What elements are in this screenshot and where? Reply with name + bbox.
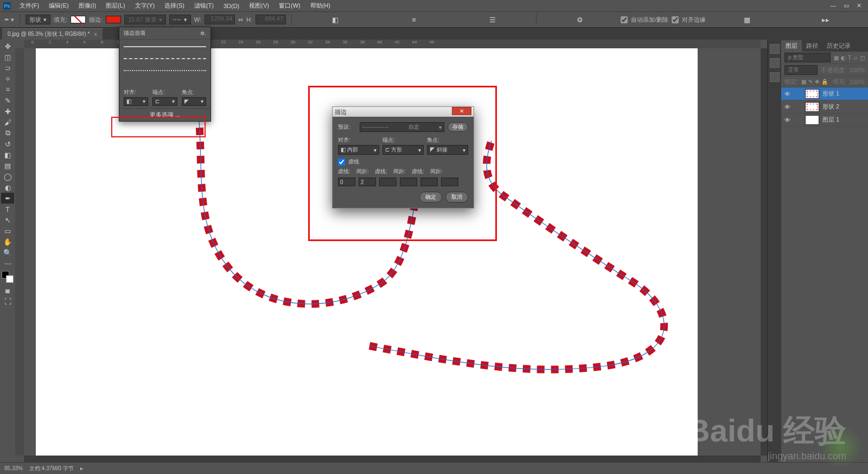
move-tool[interactable]: ✥ <box>1 41 14 52</box>
visibility-icon[interactable]: 👁 <box>783 91 791 97</box>
gap1-input[interactable] <box>359 178 376 186</box>
collapse-panels-icon[interactable]: ▸▸ <box>819 14 832 25</box>
window-minimize-icon[interactable]: — <box>830 2 836 9</box>
menu-type[interactable]: 文字(Y) <box>131 1 159 11</box>
window-close-icon[interactable]: ✕ <box>857 2 861 9</box>
zoom-tool[interactable]: 🔍 <box>1 247 14 258</box>
dlg-align-dropdown[interactable]: ◧ 内部▾ <box>338 145 379 155</box>
lock-pos-icon[interactable]: ✥ <box>815 79 819 85</box>
height-field[interactable]: 684.47 <box>256 15 286 24</box>
preset-dropdown[interactable]: ┄┄┄┄┄┄┄自定▾ <box>360 122 444 132</box>
filter-shape-icon[interactable]: ▱ <box>853 55 858 61</box>
menu-layer[interactable]: 图层(L) <box>101 1 129 11</box>
lock-paint-icon[interactable]: ✎ <box>808 79 813 85</box>
doc-size[interactable]: 文档:4.37M/0 字节 <box>29 465 74 472</box>
menu-filter[interactable]: 滤镜(T) <box>190 1 218 11</box>
tool-mode-dropdown[interactable]: 形状▾ <box>25 15 50 24</box>
cancel-button[interactable]: 取消 <box>445 192 468 203</box>
stroke-popup-gear-icon[interactable]: ✲. <box>200 30 206 36</box>
quickmask-icon[interactable]: ◙ <box>1 285 14 296</box>
popup-corner-dropdown[interactable]: ◤▾ <box>182 97 206 106</box>
layer-row[interactable]: 👁 形状 1 <box>781 87 868 100</box>
rectangle-tool[interactable]: ▭ <box>1 225 14 236</box>
menu-window[interactable]: 窗口(W) <box>275 1 305 11</box>
tab-layers[interactable]: 图层 <box>781 40 802 52</box>
visibility-icon[interactable]: 👁 <box>783 117 791 123</box>
path-select-tool[interactable]: ↖ <box>1 214 14 225</box>
collapsed-panel-icon[interactable] <box>770 44 780 54</box>
ruler-vertical[interactable] <box>15 48 24 456</box>
scrollbar-vertical[interactable] <box>761 48 767 456</box>
menu-select[interactable]: 选择(S) <box>160 1 189 11</box>
screenmode-icon[interactable]: ⛶ <box>1 296 14 307</box>
zoom-level[interactable]: 85.33% <box>4 465 23 471</box>
tab-paths[interactable]: 路径 <box>802 40 822 52</box>
menu-edit[interactable]: 编辑(E) <box>44 1 73 11</box>
popup-align-dropdown[interactable]: ◧▾ <box>124 97 148 106</box>
dlg-corner-dropdown[interactable]: ◤ 斜接▾ <box>427 145 468 155</box>
fill-opacity-value[interactable]: 100% <box>850 79 865 85</box>
popup-cap-dropdown[interactable]: ⊏▾ <box>152 97 177 106</box>
layer-thumbnail[interactable] <box>805 89 819 99</box>
opacity-value[interactable]: 100% <box>850 67 865 73</box>
eyedropper-tool[interactable]: ✎ <box>1 95 14 106</box>
dodge-tool[interactable]: ◐ <box>1 182 14 193</box>
stroke-preset-dashed[interactable] <box>124 58 206 67</box>
arrange-icon[interactable]: ☰ <box>486 14 499 25</box>
ok-button[interactable]: 确定 <box>419 192 442 203</box>
path-op-icon[interactable]: ◧ <box>329 14 342 25</box>
gear-icon[interactable]: ⚙ <box>573 14 586 25</box>
edit-toolbar[interactable]: ⋯ <box>1 258 14 269</box>
dash2-input[interactable] <box>379 178 397 186</box>
lock-all-icon[interactable]: 🔒 <box>821 79 828 85</box>
collapsed-panel-icon[interactable] <box>770 72 780 82</box>
menu-3d[interactable]: 3D(D) <box>219 2 244 10</box>
stroke-swatch[interactable] <box>106 16 121 23</box>
layer-filter-dropdown[interactable]: p 类型 <box>784 53 831 62</box>
menu-help[interactable]: 帮助(H) <box>306 1 335 11</box>
blur-tool[interactable]: ◯ <box>1 171 14 182</box>
crop-tool[interactable]: ⌗ <box>1 84 14 95</box>
document-tab[interactable]: 0.jpg @ 85.3% (形状 1, RGB/8#) * × <box>2 28 103 40</box>
width-field[interactable]: 1259.34 <box>205 15 235 24</box>
history-brush-tool[interactable]: ↺ <box>1 138 14 149</box>
tab-history[interactable]: 历史记录 <box>822 40 855 52</box>
layer-row[interactable]: 👁 形状 2 <box>781 100 868 113</box>
collapsed-panel-icon[interactable] <box>770 58 780 68</box>
more-options-button[interactable]: 更多选项 ... <box>119 108 210 121</box>
lock-pixels-icon[interactable]: ▦ <box>801 79 806 85</box>
menu-image[interactable]: 图像(I) <box>74 1 100 11</box>
gradient-tool[interactable]: ▤ <box>1 160 14 171</box>
magic-wand-tool[interactable]: ✧ <box>1 73 14 84</box>
menu-view[interactable]: 视图(V) <box>245 1 273 11</box>
dlg-cap-dropdown[interactable]: ⊏ 方形▾ <box>382 145 424 155</box>
color-swatches[interactable] <box>2 271 14 283</box>
type-tool[interactable]: T <box>1 204 14 214</box>
align-edges-checkbox[interactable] <box>672 16 679 23</box>
lasso-tool[interactable]: ⊃ <box>1 62 14 73</box>
save-preset-button[interactable]: 存储 <box>448 122 468 132</box>
dialog-close-button[interactable]: ✕ <box>452 107 471 115</box>
stroke-preset-dotted[interactable] <box>124 70 206 79</box>
blend-mode-dropdown[interactable]: 正常 <box>784 65 818 75</box>
link-wh-icon[interactable]: ⇔ <box>238 16 243 23</box>
auto-add-delete-checkbox[interactable] <box>621 16 628 23</box>
stamp-tool[interactable]: ⧉ <box>1 128 14 138</box>
eraser-tool[interactable]: ◧ <box>1 149 14 160</box>
dashed-checkbox[interactable] <box>338 159 345 166</box>
stroke-style-dropdown[interactable]: ┄┄▾ <box>169 15 191 24</box>
filter-smart-icon[interactable]: ◫ <box>860 55 865 61</box>
filter-image-icon[interactable]: ▦ <box>834 55 839 61</box>
visibility-icon[interactable]: 👁 <box>783 104 791 110</box>
close-tab-icon[interactable]: × <box>94 31 97 37</box>
scrollbar-horizontal[interactable] <box>24 456 761 462</box>
layer-thumbnail[interactable] <box>805 115 819 125</box>
fill-swatch[interactable] <box>71 16 86 23</box>
menu-file[interactable]: 文件(F) <box>15 1 43 11</box>
gap2-input[interactable] <box>400 178 417 186</box>
layer-thumbnail[interactable] <box>805 102 819 112</box>
stroke-preset-solid[interactable] <box>124 46 206 55</box>
gap3-input[interactable] <box>441 178 458 186</box>
pen-tool-icon[interactable]: ✒ ▾ <box>4 16 14 23</box>
pen-tool[interactable]: ✒ <box>1 193 14 204</box>
